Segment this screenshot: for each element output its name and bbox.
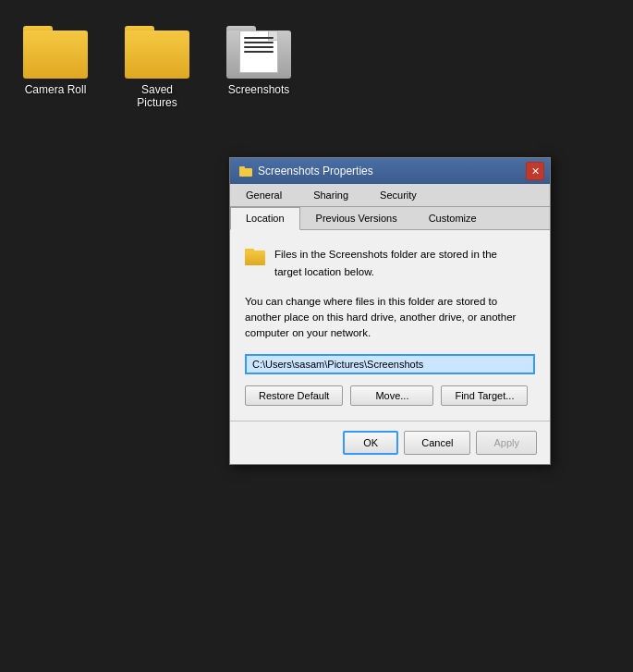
title-bar-folder-icon xyxy=(239,165,252,177)
move-button[interactable]: Move... xyxy=(350,385,433,406)
dialog-content: Files in the Screenshots folder are stor… xyxy=(230,230,550,421)
location-description: Files in the Screenshots folder are stor… xyxy=(245,245,535,281)
tabs-row-2: Location Previous Versions Customize xyxy=(230,207,550,230)
tab-previous-versions[interactable]: Previous Versions xyxy=(300,207,413,229)
restore-default-button[interactable]: Restore Default xyxy=(245,385,343,406)
apply-button[interactable]: Apply xyxy=(476,431,537,455)
description-line1: Files in the Screenshots folder are stor… xyxy=(274,249,497,260)
dialog-footer: OK Cancel Apply xyxy=(230,421,550,464)
title-bar-title: Screenshots Properties xyxy=(258,165,373,177)
modal-overlay: Screenshots Properties ✕ General Sharing… xyxy=(0,0,633,672)
title-bar: Screenshots Properties ✕ xyxy=(230,158,550,184)
path-input[interactable] xyxy=(245,354,535,374)
change-location-text: You can change where files in this folde… xyxy=(245,294,535,342)
tab-customize[interactable]: Customize xyxy=(413,207,493,229)
location-buttons: Restore Default Move... Find Target... xyxy=(245,385,535,406)
description-line2: target location below. xyxy=(274,266,374,277)
location-description-text: Files in the Screenshots folder are stor… xyxy=(274,245,497,281)
small-folder-icon xyxy=(245,247,265,265)
tab-security[interactable]: Security xyxy=(364,184,432,206)
cancel-button[interactable]: Cancel xyxy=(404,431,470,455)
title-bar-left: Screenshots Properties xyxy=(239,165,373,177)
close-button[interactable]: ✕ xyxy=(526,162,544,180)
tab-general[interactable]: General xyxy=(230,184,298,206)
tab-location[interactable]: Location xyxy=(230,207,300,230)
tabs-row-1: General Sharing Security xyxy=(230,184,550,207)
screenshots-properties-dialog: Screenshots Properties ✕ General Sharing… xyxy=(229,157,551,465)
tab-sharing[interactable]: Sharing xyxy=(298,184,364,206)
ok-button[interactable]: OK xyxy=(343,431,398,455)
find-target-button[interactable]: Find Target... xyxy=(441,385,528,406)
